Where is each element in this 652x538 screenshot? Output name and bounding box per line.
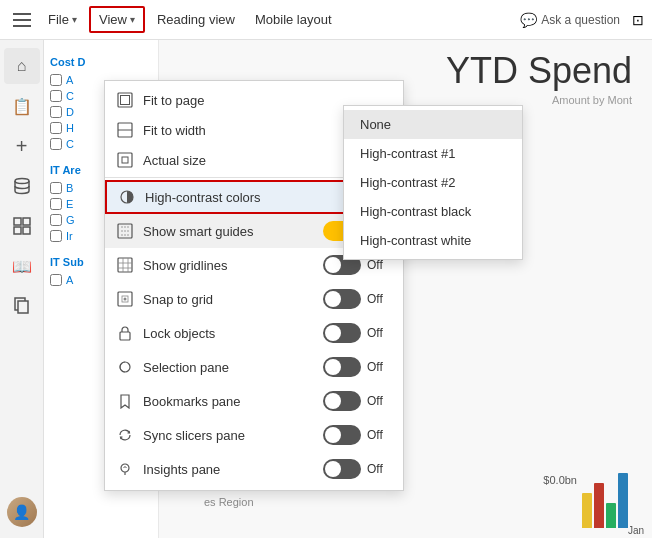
svg-rect-18 (118, 258, 132, 272)
sidebar-item-home[interactable]: ⌂ (4, 48, 40, 84)
reading-view-menu[interactable]: Reading view (149, 8, 243, 31)
selection-pane-item[interactable]: Selection pane Off (105, 350, 403, 384)
sidebar-item-dashboard[interactable] (4, 208, 40, 244)
svg-rect-8 (121, 96, 130, 105)
toggle-knob (325, 257, 341, 273)
fit-page-icon (117, 92, 133, 108)
snap-toggle-label: Off (367, 292, 387, 306)
insights-icon (117, 461, 133, 477)
show-smart-guides-label: Show smart guides (143, 224, 313, 239)
file-chevron-icon: ▾ (72, 14, 77, 25)
sync-slicers-label: Sync slicers pane (143, 428, 313, 443)
toggle-knob (325, 461, 341, 477)
lock-icon (117, 325, 133, 341)
selection-toggle-container: Off (323, 357, 387, 377)
sidebar-item-pages[interactable] (4, 288, 40, 324)
guides-icon (117, 223, 133, 239)
file-menu[interactable]: File ▾ (40, 8, 85, 31)
filter-checkbox-c2[interactable] (50, 138, 62, 150)
lock-objects-label: Lock objects (143, 326, 313, 341)
contrast-icon (119, 189, 135, 205)
grid-icon (117, 257, 133, 273)
chart-bar-2 (594, 483, 604, 528)
show-gridlines-label: Show gridlines (143, 258, 313, 273)
mobile-layout-menu[interactable]: Mobile layout (247, 8, 340, 31)
lock-objects-item[interactable]: Lock objects Off (105, 316, 403, 350)
svg-rect-26 (120, 332, 130, 340)
submenu-item-hc2[interactable]: High-contrast #2 (344, 168, 522, 197)
filter-checkbox-d[interactable] (50, 106, 62, 118)
filter-checkbox-ir[interactable] (50, 230, 62, 242)
snap-to-grid-label: Snap to grid (143, 292, 313, 307)
view-menu[interactable]: View ▾ (89, 6, 145, 33)
chart-bar-4 (618, 473, 628, 528)
insights-toggle-label: Off (367, 462, 387, 476)
svg-point-0 (15, 179, 29, 184)
fit-width-icon (117, 122, 133, 138)
bookmarks-pane-item[interactable]: Bookmarks pane Off (105, 384, 403, 418)
selection-toggle[interactable] (323, 357, 361, 377)
snap-icon (117, 291, 133, 307)
user-avatar[interactable]: 👤 (4, 494, 40, 530)
sidebar-item-document[interactable]: 📋 (4, 88, 40, 124)
toggle-knob (325, 359, 341, 375)
region-label: es Region (204, 496, 254, 508)
high-contrast-submenu: None High-contrast #1 High-contrast #2 H… (343, 105, 523, 260)
main-content: Cost D A C D H C IT Are (44, 40, 652, 538)
filter-checkbox-h[interactable] (50, 122, 62, 134)
selection-toggle-label: Off (367, 360, 387, 374)
avatar-image: 👤 (7, 497, 37, 527)
sidebar-item-database[interactable] (4, 168, 40, 204)
filter-checkbox-b[interactable] (50, 182, 62, 194)
sync-icon (117, 427, 133, 443)
hamburger-menu[interactable] (8, 6, 36, 34)
sync-toggle-container: Off (323, 425, 387, 445)
svg-point-28 (121, 464, 129, 472)
insights-pane-item[interactable]: Insights pane Off (105, 452, 403, 486)
sidebar-item-book[interactable]: 📖 (4, 248, 40, 284)
chart-bar-3 (606, 503, 616, 528)
filter-checkbox-e[interactable] (50, 198, 62, 210)
svg-rect-12 (122, 157, 128, 163)
svg-rect-4 (23, 227, 30, 234)
toggle-knob (325, 427, 341, 443)
jan-label: Jan (628, 525, 644, 536)
filter-checkbox-a2[interactable] (50, 274, 62, 286)
high-contrast-label: High-contrast colors (145, 190, 371, 205)
filter-checkbox-g[interactable] (50, 214, 62, 226)
sync-toggle-label: Off (367, 428, 387, 442)
submenu-item-hc-black[interactable]: High-contrast black (344, 197, 522, 226)
insights-pane-label: Insights pane (143, 462, 313, 477)
insights-toggle[interactable] (323, 459, 361, 479)
sidebar-item-add[interactable]: + (4, 128, 40, 164)
filter-checkbox-a[interactable] (50, 74, 62, 86)
insights-toggle-container: Off (323, 459, 387, 479)
toggle-knob (325, 325, 341, 341)
sync-toggle[interactable] (323, 425, 361, 445)
sync-slicers-pane-item[interactable]: Sync slicers pane Off (105, 418, 403, 452)
share-icon[interactable]: ⊡ (632, 12, 644, 28)
svg-rect-11 (118, 153, 132, 167)
speech-bubble-icon: 💬 (520, 12, 537, 28)
spend-amount-label: $0.0bn (543, 474, 577, 486)
svg-rect-6 (18, 301, 28, 313)
snap-to-grid-item[interactable]: Snap to grid Off (105, 282, 403, 316)
report-subtitle: Amount by Mont (552, 94, 632, 106)
bookmarks-toggle-container: Off (323, 391, 387, 411)
snap-toggle[interactable] (323, 289, 361, 309)
submenu-item-hc1[interactable]: High-contrast #1 (344, 139, 522, 168)
bookmarks-icon (117, 393, 133, 409)
gridlines-toggle-label: Off (367, 258, 387, 272)
lock-toggle[interactable] (323, 323, 361, 343)
bookmarks-toggle[interactable] (323, 391, 361, 411)
svg-rect-2 (23, 218, 30, 225)
chart-bar-area (582, 448, 642, 528)
filter-checkbox-c1[interactable] (50, 90, 62, 102)
toggle-knob (325, 291, 341, 307)
selection-pane-label: Selection pane (143, 360, 313, 375)
ask-question-button[interactable]: 💬 Ask a question (520, 12, 620, 28)
submenu-item-hc-white[interactable]: High-contrast white (344, 226, 522, 255)
bookmarks-pane-label: Bookmarks pane (143, 394, 313, 409)
svg-point-25 (124, 298, 127, 301)
submenu-item-none[interactable]: None (344, 110, 522, 139)
